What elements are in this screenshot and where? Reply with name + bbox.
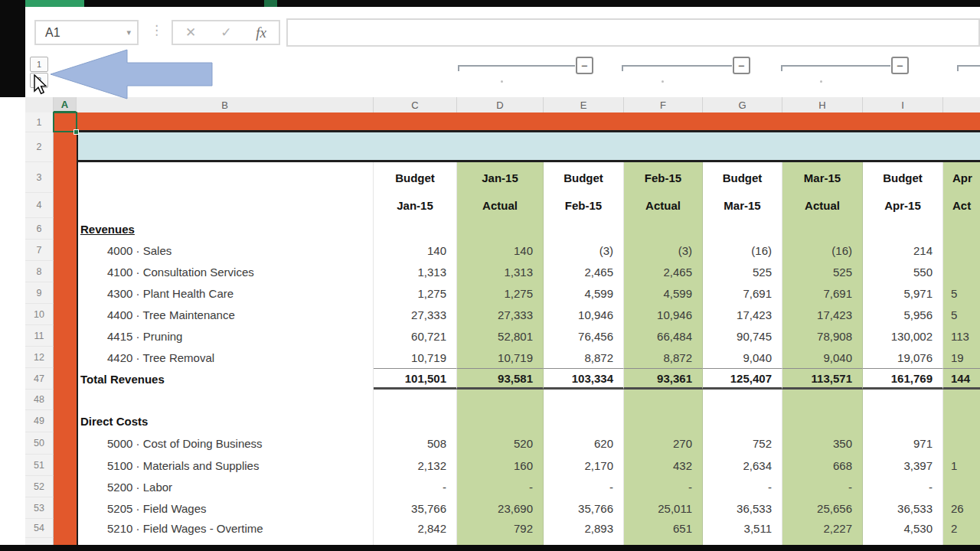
- cell-C3[interactable]: Budget: [374, 162, 457, 193]
- cell-I4[interactable]: Apr-15: [863, 193, 943, 218]
- cell-I50[interactable]: 971: [863, 432, 943, 455]
- cell-D55[interactable]: 291: [457, 538, 544, 545]
- cell-I11[interactable]: 130,002: [863, 325, 943, 347]
- cell-F8[interactable]: 2,465: [624, 261, 703, 282]
- cell-C10[interactable]: 27,333: [374, 304, 457, 325]
- cell-J4[interactable]: Act: [943, 193, 980, 218]
- cell-B53[interactable]: 5205 · Field Wages: [77, 497, 374, 519]
- cell-I49[interactable]: [863, 410, 943, 432]
- cell-F53[interactable]: 25,011: [624, 497, 703, 519]
- cell-J12[interactable]: 19: [943, 347, 980, 368]
- cell-G6[interactable]: [703, 218, 782, 240]
- cell-F54[interactable]: 651: [624, 519, 703, 538]
- cell-I51[interactable]: 3,397: [863, 455, 943, 476]
- cell-F47[interactable]: 93,361: [624, 368, 703, 390]
- cell-G50[interactable]: 752: [703, 432, 782, 455]
- cell-G49[interactable]: [703, 410, 782, 432]
- cell-D8[interactable]: 1,313: [457, 261, 544, 282]
- cell-C50[interactable]: 508: [374, 432, 457, 455]
- cell-C8[interactable]: 1,313: [374, 261, 457, 282]
- row-header-53[interactable]: 53: [25, 497, 54, 519]
- cell-E51[interactable]: 2,170: [544, 455, 624, 476]
- row-header-7[interactable]: 7: [25, 240, 54, 261]
- col-header-I[interactable]: I: [863, 97, 943, 112]
- cell-D53[interactable]: 23,690: [457, 497, 544, 519]
- cell-G7[interactable]: (16): [703, 240, 782, 261]
- row-header-2[interactable]: 2: [25, 132, 54, 162]
- cell-A51[interactable]: [54, 455, 77, 476]
- cell-I12[interactable]: 19,076: [863, 347, 943, 368]
- row-header-48[interactable]: 48: [25, 390, 54, 410]
- row-header-11[interactable]: 11: [25, 325, 54, 347]
- cell-C52[interactable]: -: [374, 476, 457, 497]
- cell-A3[interactable]: [54, 162, 77, 193]
- cell-G48[interactable]: [703, 390, 782, 410]
- row-header-49[interactable]: 49: [25, 410, 54, 432]
- cell-F11[interactable]: 66,484: [624, 325, 703, 347]
- cell-C55[interactable]: 406: [374, 538, 457, 545]
- cell-D49[interactable]: [457, 410, 544, 432]
- cell-F49[interactable]: [624, 410, 703, 432]
- cell-I7[interactable]: 214: [863, 240, 943, 261]
- row-header-55[interactable]: 55: [25, 538, 54, 545]
- cell-E50[interactable]: 620: [544, 432, 624, 455]
- cell-A6[interactable]: [54, 218, 77, 240]
- row-band-1[interactable]: [77, 112, 980, 132]
- cell-D9[interactable]: 1,275: [457, 282, 544, 304]
- cell-B54[interactable]: 5210 · Field Wages - Overtime: [77, 519, 374, 538]
- cell-D52[interactable]: -: [457, 476, 544, 497]
- cell-I54[interactable]: 4,530: [863, 519, 943, 538]
- col-header-F[interactable]: F: [624, 97, 703, 112]
- col-header-E[interactable]: E: [544, 97, 624, 112]
- cell-F3[interactable]: Feb-15: [624, 162, 703, 193]
- cell-D4[interactable]: Actual: [457, 193, 544, 218]
- cell-J9[interactable]: 5: [943, 282, 980, 304]
- col-header-H[interactable]: H: [782, 97, 863, 112]
- cell-B12[interactable]: 4420 · Tree Removal: [77, 347, 374, 368]
- row-band-2[interactable]: [77, 132, 980, 162]
- insert-function-icon[interactable]: fx: [256, 24, 266, 41]
- cell-D10[interactable]: 27,333: [457, 304, 544, 325]
- cell-C6[interactable]: [374, 218, 457, 240]
- select-all-corner[interactable]: [25, 97, 54, 112]
- cell-G52[interactable]: -: [703, 476, 782, 497]
- cell-J52[interactable]: [943, 476, 980, 497]
- cell-F48[interactable]: [624, 390, 703, 410]
- cell-A9[interactable]: [54, 282, 77, 304]
- cell-B9[interactable]: 4300 · Plant Health Care: [77, 282, 374, 304]
- cell-E49[interactable]: [544, 410, 624, 432]
- cell-B50[interactable]: 5000 · Cost of Doing Business: [77, 432, 374, 455]
- cell-F6[interactable]: [624, 218, 703, 240]
- cell-H11[interactable]: 78,908: [782, 325, 863, 347]
- cell-I10[interactable]: 5,956: [863, 304, 943, 325]
- cell-J53[interactable]: 26: [943, 497, 980, 519]
- cell-B55[interactable]: 5212 · Field Wages - Bonus: [77, 538, 374, 545]
- row-header-10[interactable]: 10: [25, 304, 54, 325]
- cell-G9[interactable]: 7,691: [703, 282, 782, 304]
- outline-collapse-button[interactable]: −: [576, 57, 593, 74]
- cell-C47[interactable]: 101,501: [374, 368, 457, 390]
- outline-collapse-button[interactable]: −: [733, 57, 750, 74]
- cell-I8[interactable]: 550: [863, 261, 943, 282]
- cell-E7[interactable]: (3): [544, 240, 624, 261]
- cell-G10[interactable]: 17,423: [703, 304, 782, 325]
- cell-C7[interactable]: 140: [374, 240, 457, 261]
- cell-G4[interactable]: Mar-15: [703, 193, 782, 218]
- col-header-C[interactable]: C: [374, 97, 457, 112]
- outline-level-button-2[interactable]: 2: [30, 73, 48, 88]
- cell-I55[interactable]: 647: [863, 538, 943, 545]
- cell-G12[interactable]: 9,040: [703, 347, 782, 368]
- cell-E47[interactable]: 103,334: [544, 368, 624, 390]
- cell-E10[interactable]: 10,946: [544, 304, 624, 325]
- cell-J51[interactable]: 1: [943, 455, 980, 476]
- cell-J3[interactable]: Apr: [943, 162, 980, 193]
- cell-B47[interactable]: Total Revenues: [77, 368, 374, 390]
- cell-J10[interactable]: 5: [943, 304, 980, 325]
- cell-D48[interactable]: [457, 390, 544, 410]
- cell-E11[interactable]: 76,456: [544, 325, 624, 347]
- cell-H47[interactable]: 113,571: [782, 368, 863, 390]
- col-header-A[interactable]: A: [54, 97, 77, 112]
- cell-F12[interactable]: 8,872: [624, 347, 703, 368]
- cell-D12[interactable]: 10,719: [457, 347, 544, 368]
- cell-I53[interactable]: 36,533: [863, 497, 943, 519]
